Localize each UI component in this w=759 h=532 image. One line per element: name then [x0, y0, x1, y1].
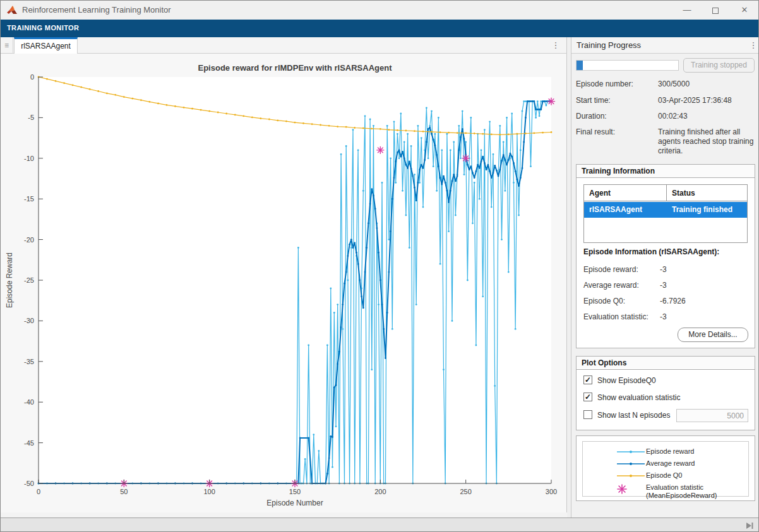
- x-axis-label: Episode Number: [266, 499, 323, 507]
- start-time-label: Start time:: [576, 96, 611, 105]
- episode-reward-legend-line: [616, 447, 646, 454]
- training-progress-title: Training Progress: [577, 40, 641, 50]
- episode-reward-label: Episode reward:: [583, 265, 638, 274]
- show-evaluation-statistic-checkbox[interactable]: ✓: [583, 393, 592, 401]
- evaluation-statistic-value: -3: [660, 312, 667, 321]
- svg-text:250: 250: [460, 488, 471, 495]
- tab-rlsarsaagent[interactable]: rlSARSAAgent: [14, 37, 78, 54]
- maximize-icon: [712, 8, 719, 14]
- panel-grip-icon[interactable]: ≡: [1, 37, 13, 54]
- evaluation-statistic-label: Evaluation statistic:: [583, 312, 648, 321]
- last-n-episodes-input[interactable]: [676, 409, 748, 422]
- training-information-title: Training Information: [582, 167, 655, 175]
- final-result-value: Training finished after all agents reach…: [658, 127, 756, 156]
- training-progress-bar: [576, 60, 679, 71]
- window-title: Reinforcement Learning Training Monitor: [22, 5, 171, 15]
- legend-panel: Episode reward Average reward Episode Q0…: [576, 435, 755, 501]
- duration-value: 00:02:43: [658, 112, 688, 121]
- svg-text:200: 200: [374, 488, 386, 495]
- training-progress-bar-fill: [577, 61, 583, 70]
- document-tab-bar: ≡ rlSARSAAgent ⋮: [1, 37, 567, 54]
- svg-text:-25: -25: [24, 276, 34, 284]
- svg-text:300: 300: [546, 488, 557, 495]
- plot-options-title: Plot Options: [582, 358, 626, 367]
- episode-q0-legend-label: Episode Q0: [646, 471, 682, 479]
- svg-text:0: 0: [30, 73, 34, 81]
- matlab-logo-icon: [6, 4, 18, 16]
- training-progress-panel: Training Progress ⋮ Training stopped Epi…: [571, 37, 759, 517]
- svg-text:-45: -45: [24, 439, 34, 447]
- svg-text:-20: -20: [24, 236, 34, 244]
- table-cell-status: Training finished: [667, 202, 747, 218]
- svg-text:-40: -40: [24, 398, 34, 406]
- show-evaluation-statistic-label[interactable]: Show evaluation statistic: [597, 393, 680, 402]
- svg-text:-10: -10: [24, 155, 34, 162]
- table-cell-agent: rlSARSAAgent: [584, 202, 667, 218]
- y-axis-label: Episode Reward: [5, 252, 14, 308]
- close-button[interactable]: ✕: [731, 1, 758, 20]
- training-progress-menu-icon[interactable]: ⋮: [747, 37, 759, 54]
- duration-label: Duration:: [576, 112, 607, 121]
- episode-q0-value: -6.7926: [660, 297, 686, 305]
- show-last-n-episodes-label[interactable]: Show last N episodes: [597, 411, 670, 420]
- legend-box: Episode reward Average reward Episode Q0…: [582, 441, 749, 497]
- tab-bar-menu-icon[interactable]: ⋮: [547, 37, 564, 54]
- ribbon: TRAINING MONITOR: [1, 20, 759, 37]
- episode-number-label: Episode number:: [576, 80, 633, 88]
- table-row[interactable]: rlSARSAAgent Training finished: [584, 202, 747, 218]
- training-plot: 0501001502002503000-5-10-15-20-25-30-35-…: [1, 54, 567, 512]
- episode-information-heading: Episode Information (rlSARSAAgent):: [583, 247, 719, 256]
- title-bar: Reinforcement Learning Training Monitor …: [1, 1, 759, 20]
- show-episodeq0-label[interactable]: Show EpisodeQ0: [597, 376, 656, 385]
- minimize-button[interactable]: —: [673, 1, 701, 20]
- svg-text:150: 150: [289, 488, 301, 495]
- maximize-button[interactable]: [702, 1, 729, 20]
- ribbon-tab-training-monitor[interactable]: TRAINING MONITOR: [7, 24, 79, 32]
- svg-text:-5: -5: [28, 114, 34, 121]
- training-stopped-button[interactable]: Training stopped: [683, 58, 755, 73]
- svg-text:-50: -50: [24, 480, 34, 487]
- average-reward-legend-label: Average reward: [646, 459, 695, 467]
- svg-text:-15: -15: [24, 195, 34, 203]
- svg-text:0: 0: [37, 488, 40, 495]
- training-information-panel: Training Information Agent Status rlSARS…: [576, 164, 755, 348]
- training-progress-header: Training Progress ⋮: [571, 37, 759, 54]
- status-bar: [1, 517, 759, 532]
- average-reward-label: Average reward:: [583, 281, 639, 290]
- episode-number-value: 300/5000: [658, 80, 690, 88]
- chart-title: Episode reward for rlMDPEnv with rlSARSA…: [198, 63, 393, 73]
- plot-horizontal-scroll-area[interactable]: [1, 512, 567, 517]
- episode-reward-value: -3: [660, 265, 667, 274]
- more-details-button[interactable]: More Details...: [678, 328, 748, 342]
- episode-q0-legend-line: [616, 471, 646, 478]
- evaluation-statistic-legend-label: Evaluation statistic(MeanEpisodeReward): [646, 483, 717, 500]
- episode-reward-legend-label: Episode reward: [646, 447, 694, 455]
- agent-status-table: Agent Status rlSARSAAgent Training finis…: [583, 184, 748, 243]
- collapse-panel-icon[interactable]: [744, 521, 755, 531]
- svg-text:100: 100: [203, 488, 215, 495]
- final-result-label: Final result:: [576, 127, 615, 136]
- episode-q0-label: Episode Q0:: [583, 297, 625, 305]
- average-reward-value: -3: [660, 281, 667, 290]
- table-header-agent: Agent: [584, 185, 667, 201]
- training-plot-figure: 0501001502002503000-5-10-15-20-25-30-35-…: [1, 54, 567, 512]
- show-last-n-episodes-checkbox[interactable]: [583, 410, 592, 419]
- start-time-value: 03-Apr-2025 17:36:48: [658, 96, 732, 105]
- svg-text:50: 50: [120, 488, 128, 495]
- average-reward-legend-line: [616, 459, 646, 466]
- evaluation-statistic-legend-marker: [616, 483, 646, 490]
- table-header-status: Status: [667, 185, 747, 201]
- plot-options-panel: Plot Options ✓ Show EpisodeQ0 ✓ Show eva…: [576, 356, 755, 430]
- show-episodeq0-checkbox[interactable]: ✓: [583, 375, 592, 384]
- app-window: Reinforcement Learning Training Monitor …: [0, 0, 759, 532]
- plot-options-header: Plot Options: [577, 357, 755, 370]
- svg-text:-35: -35: [24, 358, 34, 365]
- svg-text:-30: -30: [24, 317, 34, 324]
- training-information-header: Training Information: [577, 165, 755, 178]
